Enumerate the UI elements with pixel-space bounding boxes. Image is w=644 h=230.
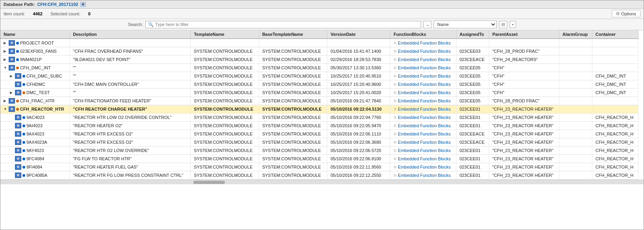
col-header-basetemplatename[interactable]: BaseTemplateName xyxy=(259,30,327,39)
search-dropdown-btn[interactable]: ⌄ xyxy=(423,21,431,28)
table-row[interactable]: ▶⊞9NM4021P"9LDA4021 DEV SET POINT"SYSTEM… xyxy=(0,56,638,64)
embedded-function-blocks-link[interactable]: ⊙Embedded Function Blocks xyxy=(393,173,453,178)
templatename-cell: SYSTEM:CONTROLMODULE xyxy=(191,130,259,138)
table-row[interactable]: ⊞9AC4023"REACTOR HTR LOW O2 OVERRIDE CON… xyxy=(0,113,638,122)
functionblocks-cell[interactable]: ⊙Embedded Function Blocks xyxy=(390,171,456,180)
embedded-function-blocks-link[interactable]: ⊙Embedded Function Blocks xyxy=(393,82,453,87)
expand-arrow-icon[interactable]: ▶ xyxy=(10,91,14,95)
templatename-cell: SYSTEM:CONTROLMODULE xyxy=(191,122,259,130)
expand-arrow-icon[interactable]: ▶ xyxy=(4,99,7,103)
table-row[interactable]: ▶⊞CFH_DMC_SUBC""SYSTEM:CONTROLMODULESYST… xyxy=(0,72,638,80)
embedded-function-blocks-link[interactable]: ⊙Embedded Function Blocks xyxy=(393,57,453,62)
search-input[interactable] xyxy=(155,22,418,27)
embedded-function-blocks-link[interactable]: ⊙Embedded Function Blocks xyxy=(393,123,453,128)
functionblocks-cell[interactable]: ⊙Embedded Function Blocks xyxy=(390,39,456,47)
filter-icon-button[interactable]: ⊟ xyxy=(499,21,507,28)
table-row[interactable]: ▶⊞023EXF003_FANS"CFH FRAC OVERHEAD FINFA… xyxy=(0,47,638,56)
functionblocks-cell[interactable]: ⊙Embedded Function Blocks xyxy=(390,56,456,64)
versiondate-cell: 01/04/2016 15:41:47.1400 xyxy=(327,47,390,56)
embedded-function-blocks-link[interactable]: ⊙Embedded Function Blocks xyxy=(393,165,453,169)
expand-arrow-icon[interactable]: ▼ xyxy=(4,66,7,70)
table-row[interactable]: ⊞9AI4023"REACTOR HEATER O2"SYSTEM:CONTRO… xyxy=(0,122,638,130)
embedded-function-blocks-link[interactable]: ⊙Embedded Function Blocks xyxy=(393,98,453,103)
table-row[interactable]: ⊞9PC4085A"REACTOR HTR FG LOW PRESS CONST… xyxy=(0,171,638,180)
embedded-function-blocks-link[interactable]: ⊙Embedded Function Blocks xyxy=(393,90,453,95)
table-row[interactable]: ▶⊞CFH_FRAC_HTR"CFH FRACTIONATOR FEED HEA… xyxy=(0,97,638,105)
col-header-templatename[interactable]: TemplateName xyxy=(191,30,259,39)
options-label: Options xyxy=(621,11,636,16)
versiondate-cell: 05/10/2016 09:22:06.5720 xyxy=(327,147,390,155)
embedded-function-blocks-link[interactable]: ⊙Embedded Function Blocks xyxy=(393,132,453,136)
db-icon[interactable]: ▦ xyxy=(80,2,86,7)
functionblocks-cell[interactable]: ⊙Embedded Function Blocks xyxy=(390,80,456,89)
search-field-select[interactable]: Name Description TemplateName xyxy=(434,20,497,28)
functionblocks-cell[interactable]: ⊙Embedded Function Blocks xyxy=(390,113,456,122)
table-row[interactable]: ⊞CFHDMC"CFH DMC MAIN CONTROLLER"SYSTEM:C… xyxy=(0,80,638,89)
col-header-description[interactable]: Description xyxy=(70,30,191,39)
expand-arrow-icon[interactable]: ▶ xyxy=(4,41,7,45)
container-cell: CFH_REACTOR_H xyxy=(592,155,638,163)
table-row[interactable]: ▼⊞CFH_DMC_INT""SYSTEM:CONTROLMODULESYSTE… xyxy=(0,64,638,72)
functionblocks-cell[interactable]: ⊙Embedded Function Blocks xyxy=(390,147,456,155)
efb-chevron-icon: ⊙ xyxy=(393,165,397,169)
functionblocks-cell[interactable]: ⊙Embedded Function Blocks xyxy=(390,163,456,171)
functionblocks-cell[interactable]: ⊙Embedded Function Blocks xyxy=(390,97,456,105)
efb-text: Embedded Function Blocks xyxy=(398,57,451,62)
table-row[interactable]: ⊞9AY4023"REACTOR HTR O2 LOW OVERRIDE"SYS… xyxy=(0,147,638,155)
embedded-function-blocks-link[interactable]: ⊙Embedded Function Blocks xyxy=(393,41,453,45)
efb-chevron-icon: ⊙ xyxy=(393,66,397,70)
functionblocks-cell[interactable]: ⊙Embedded Function Blocks xyxy=(390,64,456,72)
functionblocks-cell[interactable]: ⊙Embedded Function Blocks xyxy=(390,155,456,163)
efb-chevron-icon: ⊙ xyxy=(393,82,397,86)
embedded-function-blocks-link[interactable]: ⊙Embedded Function Blocks xyxy=(393,148,453,153)
assignedto-cell: 023CEEACE xyxy=(456,130,489,138)
functionblocks-cell[interactable]: ⊙Embedded Function Blocks xyxy=(390,130,456,138)
efb-chevron-icon: ⊙ xyxy=(393,148,397,152)
embedded-function-blocks-link[interactable]: ⊙Embedded Function Blocks xyxy=(393,49,453,54)
col-header-versiondate[interactable]: VersionDate xyxy=(327,30,390,39)
embedded-function-blocks-link[interactable]: ⊙Embedded Function Blocks xyxy=(393,74,453,78)
embedded-function-blocks-link[interactable]: ⊙Embedded Function Blocks xyxy=(393,65,453,70)
table-row[interactable]: ⊞9FI4084"REACTOR HEATER FUEL GAS"SYSTEM:… xyxy=(0,163,638,171)
functionblocks-cell[interactable]: ⊙Embedded Function Blocks xyxy=(390,72,456,80)
expand-arrow-icon[interactable]: ▼ xyxy=(4,107,7,111)
more-options-button[interactable]: • xyxy=(510,21,516,28)
embedded-function-blocks-link[interactable]: ⊙Embedded Function Blocks xyxy=(393,107,453,111)
embedded-function-blocks-link[interactable]: ⊙Embedded Function Blocks xyxy=(393,156,453,161)
expand-arrow-icon[interactable]: ▶ xyxy=(4,49,7,53)
col-header-parentasset[interactable]: ParentAsset xyxy=(489,30,559,39)
col-header-functionblocks[interactable]: FunctionBlocks xyxy=(390,30,456,39)
options-chevron-icon: ⊙ xyxy=(616,11,620,16)
status-dot-icon xyxy=(16,42,19,45)
col-header-name[interactable]: Name xyxy=(0,30,70,39)
row-type-icon: ⊞ xyxy=(15,148,21,153)
options-button[interactable]: ⊙ Options xyxy=(612,10,640,17)
table-row[interactable]: ▼⊞CFH_REACTOR_HTR"CFH REACTOR CHARGE HEA… xyxy=(0,105,638,113)
embedded-function-blocks-link[interactable]: ⊙Embedded Function Blocks xyxy=(393,140,453,145)
col-header-assignedto[interactable]: AssignedTo xyxy=(456,30,489,39)
functionblocks-cell[interactable]: ⊙Embedded Function Blocks xyxy=(390,47,456,56)
embedded-function-blocks-link[interactable]: ⊙Embedded Function Blocks xyxy=(393,115,453,120)
table-row[interactable]: ⊞9FC4084"FG FLW TO REACTOR HTR"SYSTEM:CO… xyxy=(0,155,638,163)
expand-arrow-icon[interactable]: ▶ xyxy=(4,58,7,61)
versiondate-cell: 05/10/2016 09:22:06.8100 xyxy=(327,155,390,163)
versiondate-cell: 05/30/2017 13:30:13.5360 xyxy=(327,64,390,72)
functionblocks-cell[interactable]: ⊙Embedded Function Blocks xyxy=(390,122,456,130)
templatename-cell: SYSTEM:CONTROLMODULE xyxy=(191,47,259,56)
parentasset-cell: "CFH_24_REACTORS" xyxy=(489,56,559,64)
name-cell: ⊞9FI4084 xyxy=(0,163,70,171)
assignedto-cell: 023CEE01 xyxy=(456,122,489,130)
functionblocks-cell[interactable]: ⊙Embedded Function Blocks xyxy=(390,105,456,113)
table-row[interactable]: ⊞9AX4023"REACTOR HTR EXCESS O2"SYSTEM:CO… xyxy=(0,130,638,138)
functionblocks-cell[interactable]: ⊙Embedded Function Blocks xyxy=(390,138,456,147)
col-header-alarmgroup[interactable]: AlarmGroup xyxy=(559,30,592,39)
functionblocks-cell[interactable]: ⊙Embedded Function Blocks xyxy=(390,89,456,97)
table-row[interactable]: ⊞9AX4023A"REACTOR HTR EXCESS O2"SYSTEM:C… xyxy=(0,138,638,147)
table-row[interactable]: ▶⊞PROJECT ROOT⊙Embedded Function Blocks xyxy=(0,39,638,47)
row-type-icon: ⊞ xyxy=(9,98,15,104)
table-row[interactable]: ▶⊞DMC_TEST""SYSTEM:CONTROLMODULESYSTEM:C… xyxy=(0,89,638,97)
col-header-container[interactable]: Container xyxy=(592,30,638,39)
expand-arrow-icon[interactable]: ▶ xyxy=(10,74,14,78)
horizontal-scrollbar[interactable] xyxy=(0,180,644,184)
alarmgroup-cell xyxy=(559,147,592,155)
